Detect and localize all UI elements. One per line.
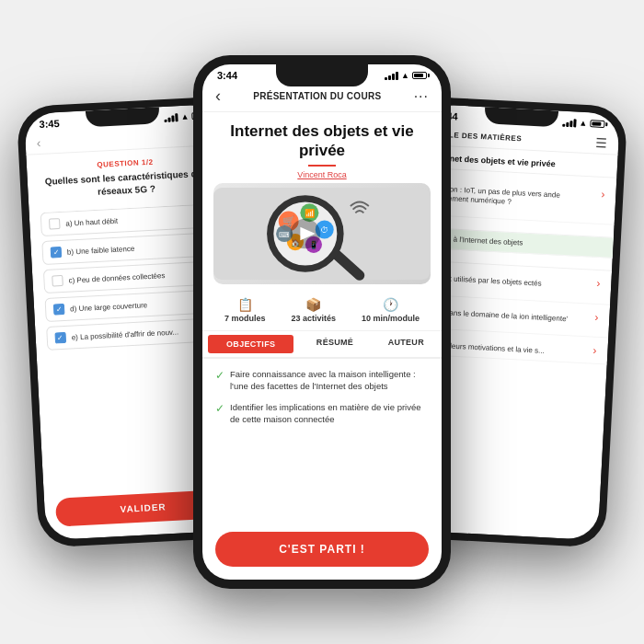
chevron-right-icon: › (592, 344, 597, 357)
chevron-right-icon: › (596, 277, 601, 290)
checkbox-b[interactable]: ✓ (51, 247, 63, 259)
activities-value: 23 activités (291, 314, 336, 323)
time-value: 10 min/module (362, 314, 420, 323)
cta-button[interactable]: C'EST PARTI ! (215, 532, 429, 567)
stat-time: 🕐 10 min/module (362, 297, 420, 323)
chevron-right-icon: › (594, 310, 599, 323)
back-icon[interactable]: ‹ (215, 86, 221, 106)
stat-modules: 📋 7 modules (224, 297, 266, 323)
time-icon: 🕐 (383, 297, 398, 312)
stat-activities: 📦 23 activités (291, 297, 336, 323)
svg-text:📶: 📶 (305, 207, 316, 218)
center-status-icons: ▲ (385, 71, 427, 80)
left-back-icon: ‹ (36, 135, 41, 150)
checkbox-a[interactable] (49, 218, 61, 230)
objective-text-1: Faire connaissance avec la maison intell… (230, 368, 429, 393)
checkmark-icon: ✓ (215, 369, 224, 382)
list-item: ✓ Faire connaissance avec la maison inte… (215, 368, 429, 393)
answer-b: b) Une faible latence (67, 244, 135, 256)
toc-item-content: duction à l'Internet des objets (427, 233, 602, 252)
modules-value: 7 modules (224, 314, 266, 323)
center-phone-content: 3:44 ▲ ‹ PRÉSENTATI (202, 64, 442, 580)
objectives-list: ✓ Faire connaissance avec la maison inte… (202, 359, 442, 525)
checkbox-c[interactable] (52, 275, 63, 287)
checkmark-icon: ✓ (215, 402, 224, 415)
activities-icon: 📦 (305, 297, 321, 312)
course-image: 🛒 📶 ⏱ 📱 🏠 (213, 183, 431, 284)
tab-auteur[interactable]: AUTEUR (371, 331, 442, 357)
tabs-row: OBJECTIFS RÉSUMÉ AUTEUR (202, 331, 442, 359)
nav-title: PRÉSENTATION DU COURS (253, 91, 381, 101)
left-time: 3:45 (39, 118, 60, 130)
answer-a: a) Un haut débit (65, 216, 118, 227)
more-options-icon[interactable]: ··· (414, 88, 429, 105)
answer-d: d) Une large couverture (70, 301, 147, 313)
answer-e: e) La possibilité d'affrir de nouv... (72, 328, 179, 341)
title-separator (308, 165, 336, 167)
toc-item-title: duction à l'Internet des objets (427, 234, 596, 252)
list-item: ✓ Identifier les implications en matière… (215, 401, 429, 426)
right-battery-icon (590, 120, 604, 128)
stats-row: 📋 7 modules 📦 23 activités 🕐 10 min/modu… (202, 292, 442, 331)
course-author[interactable]: Vincent Roca (202, 170, 442, 183)
signal-icon (164, 113, 178, 122)
checkbox-e[interactable]: ✓ (54, 332, 66, 344)
tab-resume[interactable]: RÉSUMÉ (299, 331, 370, 357)
tab-objectifs[interactable]: OBJECTIFS (208, 335, 293, 353)
wifi-icon: ▲ (180, 112, 189, 121)
right-signal-icon (562, 118, 576, 127)
hamburger-icon[interactable]: ☰ (595, 135, 608, 151)
list-item[interactable]: ✓ b) Une faible latence (41, 232, 217, 265)
center-nav: ‹ PRÉSENTATION DU COURS ··· (202, 83, 442, 112)
center-signal-icon (385, 72, 398, 80)
right-wifi-icon: ▲ (579, 119, 587, 128)
course-title: Internet des objets et vie privée (202, 112, 442, 165)
svg-text:⏱: ⏱ (320, 225, 328, 235)
chevron-right-icon: › (601, 188, 605, 201)
toc-item-content: le 1 oduction : IoT, un pas de plus vers… (429, 177, 602, 218)
modules-icon: 📋 (237, 297, 253, 312)
center-phone: 3:44 ▲ ‹ PRÉSENTATI (193, 55, 451, 589)
objective-text-2: Identifier les implications en matière d… (230, 401, 429, 426)
center-time: 3:44 (217, 70, 237, 81)
right-status-icons: ▲ (562, 118, 604, 129)
answer-c: c) Peu de données collectées (68, 271, 165, 284)
checkbox-d[interactable]: ✓ (53, 304, 65, 316)
scene: 3:45 ▲ ‹ (0, 0, 644, 644)
center-battery-icon (412, 72, 427, 79)
center-wifi-icon: ▲ (401, 71, 409, 80)
iot-illustration-svg: 🛒 📶 ⏱ 📱 🏠 (213, 183, 431, 284)
center-notch (276, 64, 368, 86)
svg-text:⌨: ⌨ (279, 230, 290, 238)
